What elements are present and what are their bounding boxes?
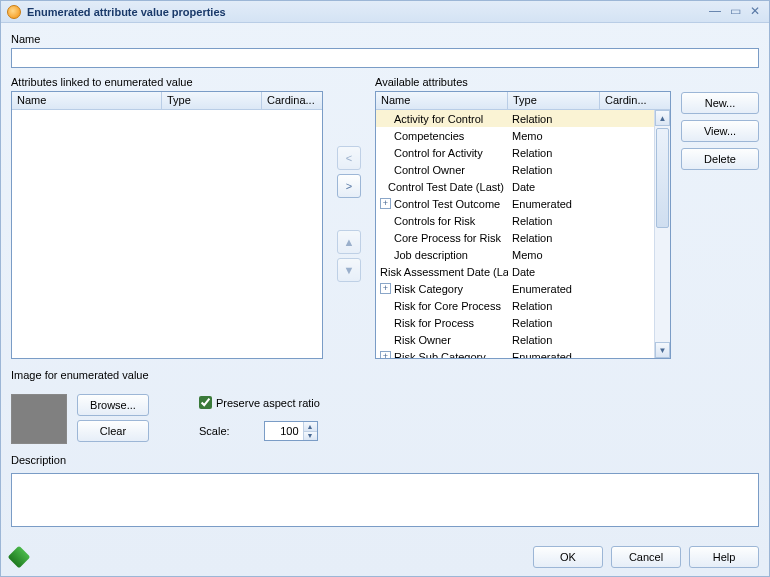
linked-attributes-label: Attributes linked to enumerated value	[11, 76, 323, 88]
cell-type: Enumerated	[508, 350, 600, 359]
scale-input[interactable]	[265, 422, 303, 440]
cell-type: Memo	[508, 248, 600, 262]
clear-button[interactable]: Clear	[77, 420, 149, 442]
dialog-footer: OK Cancel Help	[1, 540, 769, 576]
move-down-button[interactable]: ▼	[337, 258, 361, 282]
transfer-buttons: < > ▲ ▼	[323, 76, 375, 359]
scale-stepper[interactable]: ▲ ▼	[264, 421, 318, 441]
cell-type: Memo	[508, 129, 600, 143]
table-row[interactable]: Activity for ControlRelation	[376, 110, 654, 127]
cell-type: Relation	[508, 112, 600, 126]
titlebar: Enumerated attribute value properties — …	[1, 1, 769, 23]
help-button[interactable]: Help	[689, 546, 759, 568]
table-row[interactable]: Controls for RiskRelation	[376, 212, 654, 229]
preserve-aspect-checkbox[interactable]	[199, 396, 212, 409]
table-row[interactable]: Control for ActivityRelation	[376, 144, 654, 161]
vertical-scrollbar[interactable]: ▲ ▼	[654, 110, 670, 358]
table-row[interactable]: +Risk Sub CategoryEnumerated	[376, 348, 654, 358]
linked-col-cardin[interactable]: Cardina...	[262, 92, 322, 109]
move-up-button[interactable]: ▲	[337, 230, 361, 254]
move-right-button[interactable]: >	[337, 174, 361, 198]
table-row[interactable]: CompetenciesMemo	[376, 127, 654, 144]
available-col-type[interactable]: Type	[508, 92, 600, 109]
cell-name: +Risk Sub Category	[376, 350, 508, 359]
available-col-name[interactable]: Name	[376, 92, 508, 109]
expand-icon[interactable]: +	[380, 198, 391, 209]
cell-name: +Risk Category	[376, 282, 508, 296]
cell-type: Relation	[508, 333, 600, 347]
cell-type: Relation	[508, 146, 600, 160]
cell-type: Relation	[508, 214, 600, 228]
available-attributes-table[interactable]: Name Type Cardin... Activity for Control…	[375, 91, 671, 359]
window-title: Enumerated attribute value properties	[27, 6, 226, 18]
cell-type: Enumerated	[508, 282, 600, 296]
cell-name: Risk Owner	[376, 333, 508, 347]
scale-up-icon[interactable]: ▲	[304, 422, 317, 432]
scroll-thumb[interactable]	[656, 128, 669, 228]
table-row[interactable]: +Risk CategoryEnumerated	[376, 280, 654, 297]
view-button[interactable]: View...	[681, 120, 759, 142]
linked-table-body[interactable]	[12, 110, 322, 358]
dialog-window: Enumerated attribute value properties — …	[0, 0, 770, 577]
expand-icon[interactable]: +	[380, 351, 391, 358]
available-col-cardin[interactable]: Cardin...	[600, 92, 670, 109]
available-table-body[interactable]: Activity for ControlRelationCompetencies…	[376, 110, 670, 358]
table-row[interactable]: Core Process for RiskRelation	[376, 229, 654, 246]
table-row[interactable]: Risk for ProcessRelation	[376, 314, 654, 331]
table-row[interactable]: Control Test Date (Last)Date	[376, 178, 654, 195]
cell-type: Relation	[508, 231, 600, 245]
expand-icon[interactable]: +	[380, 283, 391, 294]
scroll-up-icon[interactable]: ▲	[655, 110, 670, 126]
scroll-track[interactable]	[655, 126, 670, 342]
linked-col-type[interactable]: Type	[162, 92, 262, 109]
cell-name: Control for Activity	[376, 146, 508, 160]
cell-name: Competencies	[376, 129, 508, 143]
table-row[interactable]: Risk Assessment Date (LaDate	[376, 263, 654, 280]
cell-name: Risk for Core Process	[376, 299, 508, 313]
preserve-aspect-label: Preserve aspect ratio	[216, 397, 320, 409]
attribute-actions: New... View... Delete	[681, 76, 759, 359]
available-table-header: Name Type Cardin...	[376, 92, 670, 110]
maximize-icon[interactable]: ▭	[727, 5, 743, 19]
description-textarea[interactable]	[11, 473, 759, 527]
table-row[interactable]: Risk OwnerRelation	[376, 331, 654, 348]
description-label: Description	[11, 454, 759, 466]
minimize-icon[interactable]: —	[707, 5, 723, 19]
content-area: Name Attributes linked to enumerated val…	[1, 23, 769, 540]
cell-type: Date	[508, 180, 600, 194]
table-row[interactable]: +Control Test OutcomeEnumerated	[376, 195, 654, 212]
linked-attributes-table[interactable]: Name Type Cardina...	[11, 91, 323, 359]
cell-name: Risk for Process	[376, 316, 508, 330]
name-input[interactable]	[11, 48, 759, 68]
new-button[interactable]: New...	[681, 92, 759, 114]
table-row[interactable]: Control OwnerRelation	[376, 161, 654, 178]
cell-type: Relation	[508, 316, 600, 330]
table-row[interactable]: Risk for Core ProcessRelation	[376, 297, 654, 314]
cell-type: Relation	[508, 299, 600, 313]
scale-down-icon[interactable]: ▼	[304, 432, 317, 441]
linked-col-name[interactable]: Name	[12, 92, 162, 109]
cell-type: Enumerated	[508, 197, 600, 211]
table-row[interactable]: Job descriptionMemo	[376, 246, 654, 263]
move-left-button[interactable]: <	[337, 146, 361, 170]
ok-button[interactable]: OK	[533, 546, 603, 568]
image-preview	[11, 394, 67, 444]
scale-label: Scale:	[199, 425, 230, 437]
delete-button[interactable]: Delete	[681, 148, 759, 170]
cell-name: +Control Test Outcome	[376, 197, 508, 211]
cell-name: Controls for Risk	[376, 214, 508, 228]
cancel-button[interactable]: Cancel	[611, 546, 681, 568]
browse-button[interactable]: Browse...	[77, 394, 149, 416]
cell-type: Relation	[508, 163, 600, 177]
available-attributes-label: Available attributes	[375, 76, 671, 88]
cell-name: Risk Assessment Date (La	[376, 265, 508, 279]
close-icon[interactable]: ✕	[747, 5, 763, 19]
linked-table-header: Name Type Cardina...	[12, 92, 322, 110]
cell-name: Control Test Date (Last)	[376, 180, 508, 194]
cell-name: Core Process for Risk	[376, 231, 508, 245]
cell-type: Date	[508, 265, 600, 279]
image-section-label: Image for enumerated value	[11, 369, 759, 381]
app-icon	[7, 5, 21, 19]
help-icon[interactable]	[8, 546, 31, 569]
scroll-down-icon[interactable]: ▼	[655, 342, 670, 358]
